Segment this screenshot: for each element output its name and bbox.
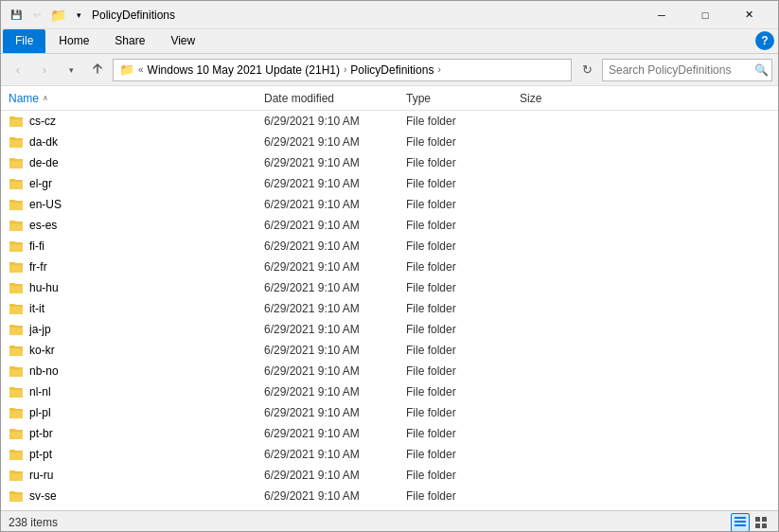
help-button[interactable]: ? — [755, 31, 774, 50]
folder-icon — [9, 488, 24, 504]
table-row[interactable]: el-gr 6/29/2021 9:10 AM File folder — [1, 173, 778, 194]
file-date: 6/29/2021 9:10 AM — [264, 406, 406, 419]
file-name: fr-fr — [29, 260, 264, 274]
folder-icon — [9, 134, 24, 150]
file-name: da-dk — [29, 135, 264, 149]
window-title: PolicyDefinitions — [92, 9, 175, 22]
item-count: 238 items — [9, 516, 58, 529]
tab-file[interactable]: File — [3, 29, 45, 53]
table-row[interactable]: es-es 6/29/2021 9:10 AM File folder — [1, 215, 778, 236]
file-name: fi-fi — [29, 239, 264, 253]
view-details-button[interactable] — [731, 513, 750, 532]
address-folder-icon: 📁 — [119, 62, 134, 77]
file-date: 6/29/2021 9:10 AM — [264, 302, 406, 315]
table-row[interactable]: pt-br 6/29/2021 9:10 AM File folder — [1, 423, 778, 444]
close-button[interactable]: ✕ — [727, 1, 770, 29]
table-row[interactable]: ko-kr 6/29/2021 9:10 AM File folder — [1, 340, 778, 361]
sort-arrow-icon: ∧ — [43, 94, 48, 102]
folder-icon — [9, 239, 24, 254]
table-row[interactable]: pt-pt 6/29/2021 9:10 AM File folder — [1, 444, 778, 465]
table-row[interactable]: da-dk 6/29/2021 9:10 AM File folder — [1, 132, 778, 152]
file-type: File folder — [406, 385, 520, 399]
view-tiles-button[interactable] — [752, 513, 770, 532]
svg-rect-5 — [755, 523, 760, 528]
search-input[interactable] — [609, 63, 751, 77]
quick-access-undo-icon[interactable]: ↩ — [29, 8, 44, 23]
svg-rect-1 — [735, 521, 746, 523]
file-name: pt-br — [29, 427, 264, 440]
folder-icon — [9, 280, 24, 295]
folder-icon — [9, 218, 24, 233]
folder-icon — [9, 197, 24, 212]
table-row[interactable]: ru-ru 6/29/2021 9:10 AM File folder — [1, 465, 778, 486]
file-name: de-de — [29, 156, 264, 169]
svg-rect-4 — [762, 517, 767, 522]
file-type: File folder — [406, 323, 520, 336]
refresh-button[interactable]: ↻ — [575, 59, 598, 81]
file-type: File folder — [406, 344, 520, 357]
file-date: 6/29/2021 9:10 AM — [264, 260, 406, 274]
table-row[interactable]: cs-cz 6/29/2021 9:10 AM File folder — [1, 111, 778, 132]
back-button[interactable]: ‹ — [7, 59, 29, 81]
file-name: es-es — [29, 219, 264, 232]
folder-icon — [9, 364, 24, 379]
tab-view[interactable]: View — [158, 29, 207, 53]
address-part-2[interactable]: PolicyDefinitions — [350, 63, 434, 77]
file-date: 6/29/2021 9:10 AM — [264, 469, 406, 482]
address-sep-1: « — [138, 64, 144, 75]
table-row[interactable]: fi-fi 6/29/2021 9:10 AM File folder — [1, 236, 778, 257]
up-button[interactable] — [86, 59, 109, 81]
search-box[interactable]: 🔍 — [602, 59, 772, 81]
col-header-name[interactable]: Name ∧ — [9, 92, 264, 105]
file-date: 6/29/2021 9:10 AM — [264, 448, 406, 461]
table-row[interactable]: it-it 6/29/2021 9:10 AM File folder — [1, 298, 778, 319]
file-name: it-it — [29, 302, 264, 315]
quick-access-dropdown-icon[interactable]: ▾ — [71, 8, 86, 23]
file-date: 6/29/2021 9:10 AM — [264, 115, 406, 128]
table-row[interactable]: sv-se 6/29/2021 9:10 AM File folder — [1, 486, 778, 506]
folder-icon — [9, 426, 24, 441]
column-headers: Name ∧ Date modified Type Size — [1, 86, 778, 111]
address-bar[interactable]: 📁 « Windows 10 May 2021 Update (21H1) › … — [113, 59, 572, 81]
col-header-size[interactable]: Size — [520, 92, 595, 105]
file-type: File folder — [406, 115, 520, 128]
col-header-date[interactable]: Date modified — [264, 92, 406, 105]
dropdown-button[interactable]: ▾ — [60, 59, 82, 81]
table-row[interactable]: nl-nl 6/29/2021 9:10 AM File folder — [1, 381, 778, 402]
tab-home[interactable]: Home — [46, 29, 101, 53]
tab-share[interactable]: Share — [102, 29, 157, 53]
file-type: File folder — [406, 281, 520, 294]
file-name: cs-cz — [29, 115, 264, 128]
folder-icon — [9, 447, 24, 462]
folder-icon — [9, 343, 24, 358]
table-row[interactable]: de-de 6/29/2021 9:10 AM File folder — [1, 152, 778, 173]
address-chevron-2[interactable]: › — [437, 64, 440, 75]
folder-icon — [9, 405, 24, 420]
file-type: File folder — [406, 364, 520, 378]
file-date: 6/29/2021 9:10 AM — [264, 281, 406, 294]
quick-access-save-icon[interactable]: 💾 — [9, 8, 24, 23]
table-row[interactable]: ja-jp 6/29/2021 9:10 AM File folder — [1, 319, 778, 340]
table-row[interactable]: hu-hu 6/29/2021 9:10 AM File folder — [1, 277, 778, 298]
file-list[interactable]: cs-cz 6/29/2021 9:10 AM File folder da-d… — [1, 111, 778, 510]
table-row[interactable]: fr-fr 6/29/2021 9:10 AM File folder — [1, 257, 778, 277]
file-name: hu-hu — [29, 281, 264, 294]
folder-icon — [9, 114, 24, 129]
file-date: 6/29/2021 9:10 AM — [264, 323, 406, 336]
address-part-1[interactable]: Windows 10 May 2021 Update (21H1) — [148, 63, 340, 77]
forward-button[interactable]: › — [33, 59, 56, 81]
view-icons — [731, 513, 770, 532]
maximize-button[interactable]: □ — [683, 1, 727, 29]
minimize-button[interactable]: ─ — [640, 1, 683, 29]
file-type: File folder — [406, 302, 520, 315]
file-name: en-US — [29, 198, 264, 211]
table-row[interactable]: nb-no 6/29/2021 9:10 AM File folder — [1, 361, 778, 381]
table-row[interactable]: pl-pl 6/29/2021 9:10 AM File folder — [1, 402, 778, 423]
file-type: File folder — [406, 156, 520, 169]
svg-rect-3 — [755, 517, 760, 522]
col-header-type[interactable]: Type — [406, 92, 520, 105]
file-date: 6/29/2021 9:10 AM — [264, 219, 406, 232]
address-chevron-1[interactable]: › — [344, 64, 346, 75]
table-row[interactable]: en-US 6/29/2021 9:10 AM File folder — [1, 194, 778, 215]
ribbon-tabs: File Home Share View ? — [1, 29, 778, 54]
